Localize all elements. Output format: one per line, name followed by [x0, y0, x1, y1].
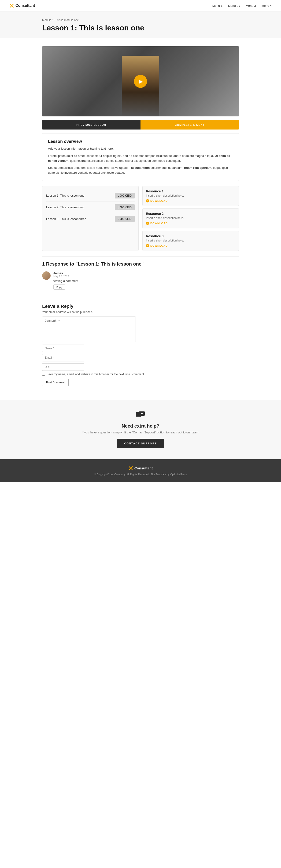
name-field[interactable] [42, 345, 84, 352]
download-label: DOWNLOAD [150, 199, 168, 202]
resource-description: Insert a short description here. [146, 239, 235, 242]
previous-lesson-button[interactable]: PREVIOUS LESSON [42, 120, 140, 129]
locked-badge: LOCKED [115, 193, 135, 198]
overview-intro: Add your lesson information or training … [48, 146, 233, 151]
post-comment-button[interactable]: Post Comment [42, 379, 68, 386]
resource-title: Resource 3 [146, 234, 235, 238]
lesson-title: Lesson 1: This is lesson one [42, 24, 239, 32]
leave-reply-heading: Leave a Reply [42, 304, 239, 309]
download-label: DOWNLOAD [150, 222, 168, 225]
download-button-1[interactable]: DOWNLOAD [146, 199, 235, 203]
reply-form-note: Your email address will not be published… [42, 310, 239, 314]
breadcrumb: Module 1: This is module one [42, 19, 239, 22]
lesson-nav-buttons: PREVIOUS LESSON COMPLETE & NEXT [42, 120, 239, 129]
leave-reply-section: Leave a Reply Your email address will no… [42, 304, 239, 386]
nav-links: Menu 1 Menu 2 Menu 3 Menu 4 [213, 4, 272, 7]
contact-support-button[interactable]: CONTACT SUPPORT [117, 439, 164, 448]
overview-title: Lesson overview [48, 139, 233, 144]
video-player[interactable] [42, 46, 239, 117]
comment-date: May 22, 2023 [53, 275, 239, 278]
lesson-item-title: Lesson 1: This is lesson one [46, 194, 85, 197]
footer-cta-heading: Need extra help? [5, 423, 276, 429]
overview-body1: Lorem ipsum dolor sit amet, consectetur … [48, 154, 233, 163]
download-check-icon [146, 199, 149, 203]
avatar [42, 271, 51, 280]
footer-cta-section: Need extra help? If you have a question,… [0, 400, 281, 459]
download-button-2[interactable]: DOWNLOAD [146, 222, 235, 225]
help-icon [5, 411, 276, 421]
main-content: PREVIOUS LESSON COMPLETE & NEXT Lesson o… [37, 38, 244, 400]
resource-description: Insert a short description here. [146, 194, 235, 197]
download-button-3[interactable]: DOWNLOAD [146, 244, 235, 247]
comments-section: 1 Response to "Lesson 1: This is lesson … [42, 256, 239, 298]
lesson-item-title: Lesson 2: This is lesson two [46, 206, 84, 209]
comments-heading: 1 Response to "Lesson 1: This is lesson … [42, 261, 239, 267]
email-field[interactable] [42, 354, 84, 362]
download-check-icon [146, 222, 149, 225]
footer-copyright: © Copyright Your Company. All Rights Res… [5, 473, 276, 476]
url-field[interactable] [42, 363, 84, 371]
logo-text: Consultant [16, 3, 35, 8]
complete-next-button[interactable]: COMPLETE & NEXT [140, 120, 239, 129]
navbar: Consultant Menu 1 Menu 2 Menu 3 Menu 4 [0, 0, 281, 11]
resource-card-3: Resource 3 Insert a short description he… [142, 231, 239, 251]
list-item: Lesson 2: This is lesson two LOCKED [46, 202, 135, 213]
save-info-label: Save my name, email, and website in this… [47, 373, 145, 376]
footer-logo: Consultant [5, 466, 276, 471]
content-grid: Lesson 1: This is lesson one LOCKED Less… [42, 186, 239, 251]
overview-body2: Sed ut perspiciatis unde omnis iste natu… [48, 165, 233, 175]
comment-text: testing a comment [53, 279, 239, 283]
resource-card-2: Resource 2 Insert a short description he… [142, 208, 239, 228]
nav-menu4[interactable]: Menu 4 [261, 4, 272, 7]
comment-item: James May 22, 2023 testing a comment Rep… [42, 271, 239, 290]
nav-menu2[interactable]: Menu 2 [228, 4, 240, 7]
resources-panel: Resource 1 Insert a short description he… [142, 186, 239, 251]
list-item: Lesson 3: This is lesson three LOCKED [46, 213, 135, 225]
locked-badge: LOCKED [115, 204, 135, 210]
footer-cta-body: If you have a question, simply hit the "… [5, 431, 276, 434]
reply-button[interactable]: Reply [53, 284, 65, 290]
avatar-image [42, 271, 51, 280]
lessons-panel: Lesson 1: This is lesson one LOCKED Less… [42, 186, 139, 251]
locked-badge: LOCKED [115, 216, 135, 222]
svg-point-2 [141, 413, 143, 414]
download-label: DOWNLOAD [150, 244, 168, 247]
site-footer: Consultant © Copyright Your Company. All… [0, 459, 281, 482]
lesson-overview-card: Lesson overview Add your lesson informat… [42, 133, 239, 181]
comment-field[interactable] [42, 316, 136, 342]
resource-card-1: Resource 1 Insert a short description he… [142, 186, 239, 206]
footer-logo-text: Consultant [134, 466, 153, 470]
nav-menu1[interactable]: Menu 1 [213, 4, 222, 7]
resource-description: Insert a short description here. [146, 216, 235, 220]
play-button[interactable] [134, 75, 147, 88]
lesson-item-title: Lesson 3: This is lesson three [46, 217, 86, 221]
download-check-icon [146, 244, 149, 247]
footer-logo-icon [128, 466, 133, 471]
resource-title: Resource 1 [146, 189, 235, 193]
save-info-row: Save my name, email, and website in this… [42, 373, 239, 376]
logo-icon [9, 3, 14, 8]
logo[interactable]: Consultant [9, 3, 35, 8]
comment-body: James May 22, 2023 testing a comment Rep… [53, 271, 239, 290]
list-item: Lesson 1: This is lesson one LOCKED [46, 190, 135, 202]
nav-menu3[interactable]: Menu 3 [246, 4, 256, 7]
hero-section: Module 1: This is module one Lesson 1: T… [0, 11, 281, 38]
save-info-checkbox[interactable] [42, 373, 45, 376]
comment-author: James [53, 271, 239, 275]
resource-title: Resource 2 [146, 212, 235, 216]
